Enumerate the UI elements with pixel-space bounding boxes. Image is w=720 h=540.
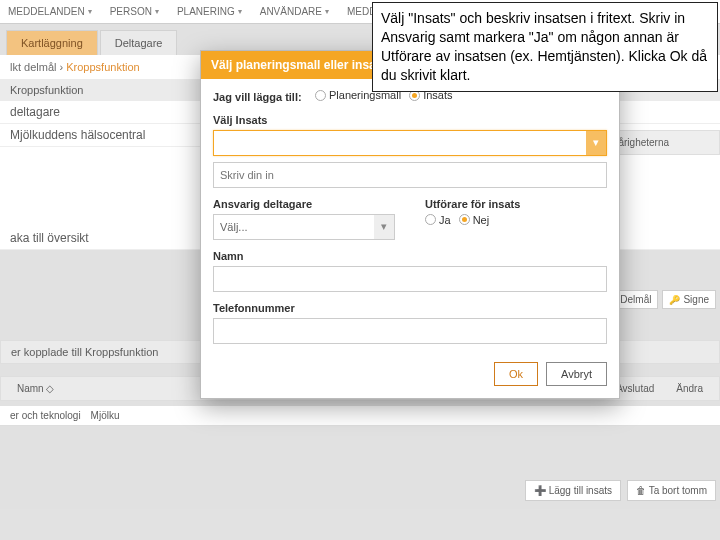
skriv-input[interactable] bbox=[213, 162, 607, 188]
instruction-callout: Välj "Insats" och beskriv insatsen i fri… bbox=[372, 2, 718, 92]
namn-label: Namn bbox=[213, 250, 607, 262]
modal: Välj planeringsmall eller insats för Del… bbox=[200, 50, 620, 399]
namn-input[interactable] bbox=[213, 266, 607, 292]
radio-nej[interactable]: Nej bbox=[459, 214, 490, 226]
utforare-label: Utförare för insats bbox=[425, 198, 607, 210]
ansvarig-select[interactable]: Välj...▾ bbox=[213, 214, 395, 240]
valj-insats-label: Välj Insats bbox=[213, 114, 607, 126]
ok-button[interactable]: Ok bbox=[494, 362, 538, 386]
avbryt-button[interactable]: Avbryt bbox=[546, 362, 607, 386]
jagvill-label: Jag vill lägga till: bbox=[213, 91, 302, 103]
tel-label: Telefonnummer bbox=[213, 302, 607, 314]
valj-insats-select[interactable]: ▾ bbox=[213, 130, 607, 156]
tel-input[interactable] bbox=[213, 318, 607, 344]
ansvarig-label: Ansvarig deltagare bbox=[213, 198, 395, 210]
radio-ja[interactable]: Ja bbox=[425, 214, 451, 226]
